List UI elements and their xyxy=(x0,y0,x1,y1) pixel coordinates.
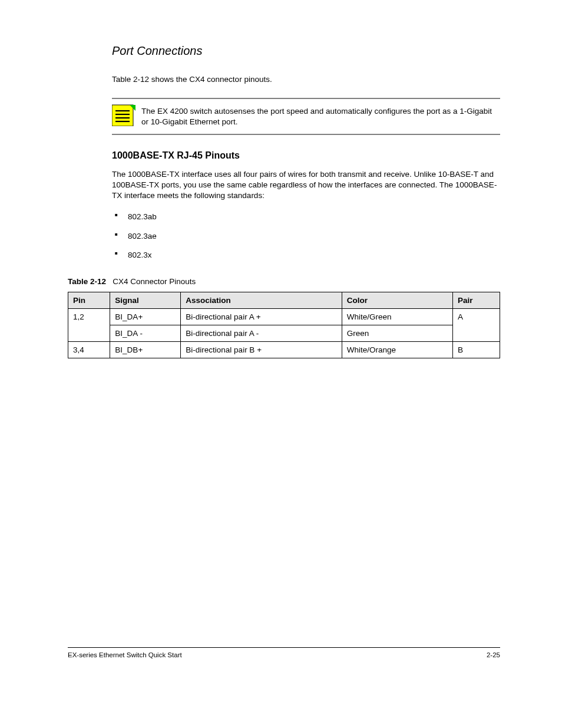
table-caption: Table 2-12 CX4 Connector Pinouts xyxy=(68,277,500,286)
table-row: 1,2 BI_DA+ Bi-directional pair A + White… xyxy=(68,308,500,325)
standards-list: 802.3ab 802.3ae 802.3x xyxy=(115,212,500,261)
pinout-table: Pin Signal Association Color Pair 1,2 BI… xyxy=(68,292,500,358)
cell-assoc: Bi-directional pair A - xyxy=(181,325,342,341)
cell-signal: BI_DB+ xyxy=(110,341,181,358)
col-signal: Signal xyxy=(110,292,181,308)
cell-color: White/Green xyxy=(342,308,452,325)
svg-rect-0 xyxy=(112,105,133,126)
cell-color: White/Orange xyxy=(342,341,452,358)
col-color: Color xyxy=(342,292,452,308)
note-icon xyxy=(112,104,135,126)
page-title: Port Connections xyxy=(112,44,500,58)
section-heading: 1000BASE-TX RJ-45 Pinouts xyxy=(112,150,500,161)
col-pin: Pin xyxy=(68,292,110,308)
cell-assoc: Bi-directional pair B + xyxy=(181,341,342,358)
list-item: 802.3ab xyxy=(115,212,500,222)
table-number: Table 2-12 xyxy=(68,277,106,286)
table-row: BI_DA - Bi-directional pair A - Green xyxy=(68,325,500,341)
cell-pin: 1,2 xyxy=(68,308,110,341)
col-association: Association xyxy=(181,292,342,308)
note-text: The EX 4200 switch autosenses the port s… xyxy=(141,104,500,127)
cell-assoc: Bi-directional pair A + xyxy=(181,308,342,325)
footer-left: EX-series Ethernet Switch Quick Start xyxy=(68,651,182,658)
col-pair: Pair xyxy=(453,292,500,308)
note-block: The EX 4200 switch autosenses the port s… xyxy=(112,98,500,134)
cell-signal: BI_DA - xyxy=(110,325,181,341)
list-item: 802.3ae xyxy=(115,231,500,242)
cell-pair: B xyxy=(453,341,500,358)
footer-right: 2-25 xyxy=(487,651,500,658)
table-row: 3,4 BI_DB+ Bi-directional pair B + White… xyxy=(68,341,500,358)
page-footer: EX-series Ethernet Switch Quick Start 2-… xyxy=(68,647,500,658)
intro-paragraph: Table 2-12 shows the CX4 connector pinou… xyxy=(112,74,500,85)
table-title: CX4 Connector Pinouts xyxy=(113,277,196,286)
cell-pair: A xyxy=(453,308,500,341)
list-item: 802.3x xyxy=(115,250,500,261)
section-body: The 1000BASE-TX interface uses all four … xyxy=(112,169,500,202)
table-header-row: Pin Signal Association Color Pair xyxy=(68,292,500,308)
cell-signal: BI_DA+ xyxy=(110,308,181,325)
cell-pin: 3,4 xyxy=(68,341,110,358)
cell-color: Green xyxy=(342,325,452,341)
